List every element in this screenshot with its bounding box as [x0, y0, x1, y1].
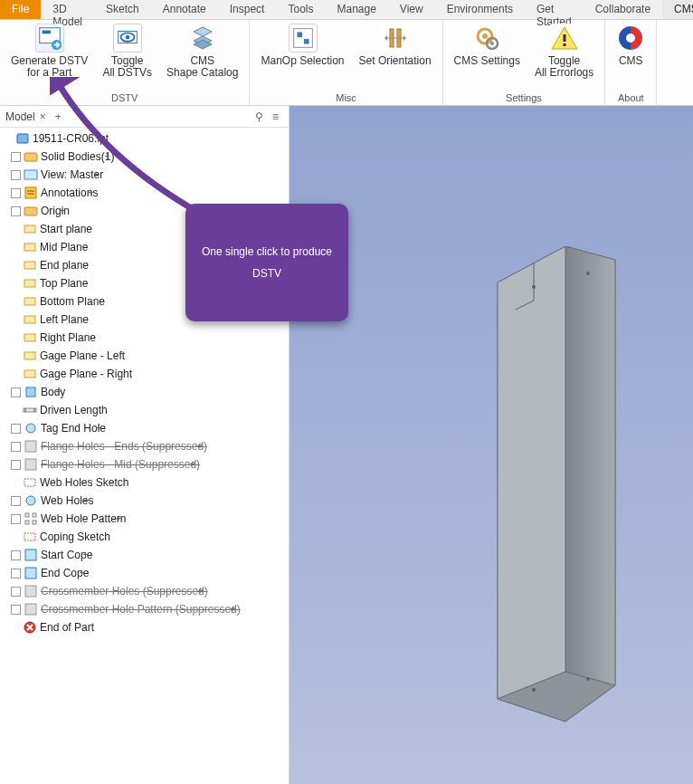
tab-manage[interactable]: Manage — [325, 0, 387, 19]
tree-node[interactable]: Flange Holes - Ends (Suppressed) — [4, 437, 287, 455]
tree-node-label: Top Plane — [40, 277, 88, 290]
errorlog-button[interactable]: ToggleAll Errorlogs — [527, 22, 601, 91]
svg-rect-43 — [24, 533, 35, 540]
tab-3d-model[interactable]: 3D Model — [41, 0, 94, 19]
shape-catalog-button-label2: Shape Catalog — [166, 67, 238, 79]
shape-catalog-icon — [188, 24, 217, 53]
cms-about-button-label1: CMS — [619, 55, 643, 67]
svg-rect-37 — [24, 479, 35, 486]
pattern-icon — [24, 512, 38, 526]
tab-file[interactable]: File — [0, 0, 41, 19]
svg-rect-44 — [25, 550, 36, 560]
tab-environments[interactable]: Environments — [435, 0, 525, 19]
shape-catalog-button[interactable]: CMSShape Catalog — [159, 22, 245, 91]
tab-cms[interactable]: CMS — [662, 0, 693, 19]
viewport-3d[interactable] — [290, 106, 693, 784]
tree-node[interactable]: Start Cope — [4, 546, 287, 564]
svg-rect-41 — [25, 521, 29, 524]
tab-collaborate[interactable]: Collaborate — [584, 0, 662, 19]
tree-node-label: Flange Holes - Mid (Suppressed) — [41, 458, 200, 471]
tree-node[interactable]: Right Plane — [4, 329, 287, 347]
dstv-icon — [35, 24, 64, 53]
folder-icon — [24, 149, 38, 164]
model-tab-close[interactable]: × — [35, 110, 51, 123]
tab-inspect[interactable]: Inspect — [218, 0, 277, 19]
manop-button[interactable]: ManOp Selection — [253, 22, 351, 91]
tree-node-label: Web Holes — [41, 494, 93, 507]
plane-icon — [23, 349, 37, 363]
tree-node-label: Web Hole Pattern — [41, 512, 127, 525]
tree-node-label: Coping Sketch — [40, 531, 110, 543]
svg-rect-39 — [25, 513, 29, 517]
cms-about-button[interactable]: CMS — [609, 22, 652, 91]
svg-rect-47 — [25, 604, 36, 615]
tree-node[interactable]: View: Master — [4, 166, 287, 184]
plane-icon — [23, 330, 37, 345]
tree-node[interactable]: Flange Holes - Mid (Suppressed) — [4, 455, 287, 473]
tab-tools[interactable]: Tools — [276, 0, 325, 19]
tab-view[interactable]: View — [388, 0, 435, 19]
svg-rect-6 — [293, 29, 312, 48]
tree-node[interactable]: Body — [4, 383, 287, 401]
tree-node[interactable]: Web Holes Sketch — [4, 473, 287, 492]
tree-node[interactable]: Web Hole Pattern — [4, 510, 287, 528]
beam-model — [479, 246, 633, 735]
tree-node[interactable]: Solid Bodies(1) — [4, 148, 287, 166]
tree-node[interactable]: Coping Sketch — [4, 528, 287, 546]
tree-root[interactable]: 19511-CR06.ipt — [4, 129, 287, 148]
tree-node[interactable]: Gage Plane - Right — [4, 365, 287, 383]
tab-sketch[interactable]: Sketch — [94, 0, 151, 19]
orient-button[interactable]: Set Orientation — [352, 22, 439, 91]
svg-rect-45 — [25, 568, 36, 578]
tree-node-label: Bottom Plane — [40, 295, 105, 308]
ribbon-group-dstv: Generate DSTVfor a PartToggleAll DSTVsCM… — [0, 20, 250, 105]
tree-node[interactable]: End of Part — [4, 618, 287, 636]
model-browser-header: Model × + ⚲ ≡ — [0, 106, 289, 128]
tree-node[interactable]: Annotations — [4, 184, 287, 202]
filter-icon[interactable]: ≡ — [268, 110, 283, 123]
tree-node[interactable]: Gage Plane - Left — [4, 347, 287, 365]
svg-point-38 — [26, 496, 35, 505]
svg-rect-23 — [24, 225, 35, 233]
main-tabs: File 3D ModelSketchAnnotateInspectToolsM… — [0, 0, 693, 20]
search-icon[interactable]: ⚲ — [251, 110, 268, 123]
svg-rect-18 — [17, 134, 28, 143]
tab-annotate[interactable]: Annotate — [151, 0, 218, 19]
tree-node-label: Crossmember Holes (Suppressed) — [41, 585, 208, 598]
svg-rect-16 — [563, 43, 565, 46]
origin-folder-icon — [24, 204, 38, 218]
tab-get-started[interactable]: Get Started — [525, 0, 584, 19]
tree-node[interactable]: End Cope — [4, 564, 287, 582]
tree-node-label: View: Master — [41, 168, 103, 181]
svg-rect-30 — [24, 352, 35, 359]
settings-icon — [472, 24, 501, 53]
ribbon-group-label: About — [609, 91, 652, 105]
generate-dstv-button-label2: for a Part — [27, 67, 71, 79]
tree-node[interactable]: Web Holes — [4, 492, 287, 510]
toggle-dstv-button[interactable]: ToggleAll DSTVs — [95, 22, 159, 91]
tree-node-label: End of Part — [40, 621, 94, 634]
generate-dstv-button[interactable]: Generate DSTVfor a Part — [4, 22, 95, 91]
tree-node[interactable]: Crossmember Hole Pattern (Suppressed) — [4, 600, 287, 618]
svg-rect-36 — [25, 459, 36, 470]
tree-node[interactable]: Driven Length — [4, 401, 287, 419]
model-tab-add[interactable]: + — [51, 110, 66, 123]
svg-rect-29 — [24, 334, 35, 341]
body-icon — [24, 385, 38, 399]
tree-node-label: Flange Holes - Ends (Suppressed) — [41, 440, 207, 453]
svg-point-55 — [532, 688, 536, 692]
tree-node[interactable]: Tag End Hole — [4, 419, 287, 437]
svg-rect-31 — [24, 370, 35, 378]
tree-node-label: Tag End Hole — [41, 422, 106, 435]
cms-settings-button[interactable]: CMS Settings — [447, 22, 527, 91]
view-icon — [24, 167, 38, 182]
svg-point-34 — [26, 424, 35, 433]
cms-icon — [616, 24, 645, 53]
suppressed-icon — [24, 584, 38, 598]
plane-icon — [23, 367, 37, 381]
plane-icon — [23, 240, 37, 254]
tree-node[interactable]: Crossmember Holes (Suppressed) — [4, 582, 287, 600]
svg-point-56 — [586, 677, 590, 681]
svg-rect-32 — [26, 387, 35, 397]
model-browser-title: Model — [5, 110, 35, 123]
